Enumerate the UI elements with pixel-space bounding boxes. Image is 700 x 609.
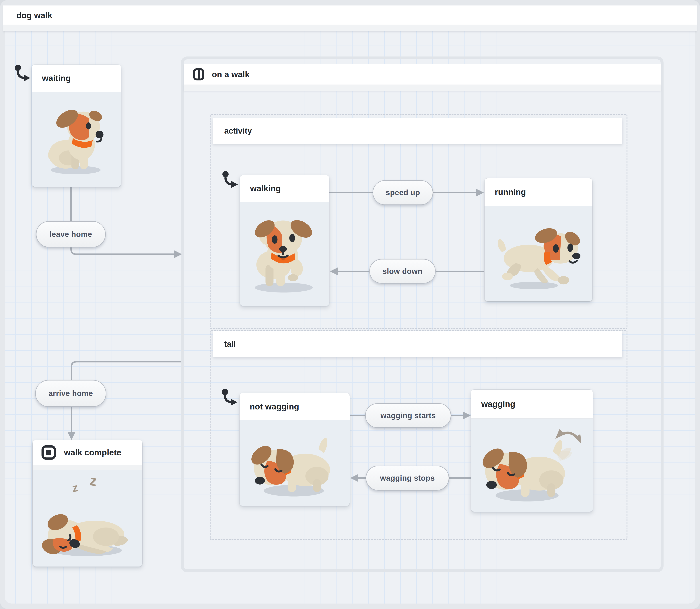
region-activity-header[interactable]: activity bbox=[213, 118, 622, 144]
state-on-a-walk-title: on a walk bbox=[212, 69, 250, 79]
state-on-a-walk-strip bbox=[184, 85, 661, 91]
state-walk-complete-header[interactable]: walk complete bbox=[33, 440, 142, 465]
machine-title: dog walk bbox=[16, 11, 52, 20]
transition-wagging-stops-label: wagging stops bbox=[380, 474, 435, 483]
state-wagging-title: wagging bbox=[481, 399, 515, 409]
statechart-canvas: dog walk on a walk activity tail bbox=[0, 0, 700, 609]
region-tail-title: tail bbox=[224, 340, 236, 349]
transition-arrive-home-label: arrive home bbox=[49, 389, 93, 398]
final-state-icon bbox=[41, 445, 56, 460]
transition-wagging-stops[interactable]: wagging stops bbox=[366, 466, 449, 490]
region-activity-title: activity bbox=[224, 126, 252, 135]
state-running-title: running bbox=[495, 187, 526, 197]
state-waiting[interactable]: waiting bbox=[32, 65, 121, 187]
state-not-wagging-title: not wagging bbox=[250, 402, 299, 412]
state-waiting-header[interactable]: waiting bbox=[32, 65, 121, 92]
state-walk-complete-title: walk complete bbox=[64, 448, 121, 457]
state-walking-body bbox=[240, 202, 329, 306]
transition-slow-down[interactable]: slow down bbox=[369, 259, 436, 283]
transition-speed-up-label: speed up bbox=[386, 188, 420, 197]
transition-wagging-starts[interactable]: wagging starts bbox=[365, 403, 451, 428]
machine-title-strip bbox=[3, 25, 697, 31]
state-running-header[interactable]: running bbox=[484, 178, 593, 206]
state-on-a-walk-header[interactable]: on a walk bbox=[184, 64, 661, 85]
state-walking-header[interactable]: walking bbox=[240, 175, 329, 202]
state-wagging-header[interactable]: wagging bbox=[471, 389, 593, 419]
region-tail-header[interactable]: tail bbox=[213, 331, 622, 357]
state-wagging[interactable]: wagging bbox=[471, 389, 593, 512]
sniffing-dog-illustration bbox=[244, 424, 345, 502]
state-not-wagging-body bbox=[240, 420, 349, 506]
transition-wagging-starts-label: wagging starts bbox=[380, 411, 436, 420]
walking-dog-illustration bbox=[243, 212, 326, 296]
state-walking[interactable]: walking bbox=[240, 175, 329, 306]
transition-arrive-home[interactable]: arrive home bbox=[35, 380, 106, 407]
state-running-body bbox=[484, 206, 593, 301]
state-waiting-title: waiting bbox=[42, 73, 71, 83]
state-not-wagging-header[interactable]: not wagging bbox=[240, 393, 349, 420]
state-walking-title: walking bbox=[250, 184, 281, 193]
machine-title-bar[interactable]: dog walk bbox=[3, 5, 697, 25]
parallel-state-icon bbox=[193, 68, 205, 81]
state-not-wagging[interactable]: not wagging bbox=[240, 393, 349, 506]
sleeping-dog-illustration bbox=[38, 486, 137, 563]
state-running[interactable]: running bbox=[484, 178, 593, 301]
sniffing-dog-wagging-illustration bbox=[475, 423, 588, 507]
state-wagging-body bbox=[471, 419, 593, 512]
state-walk-complete-body: z z bbox=[33, 470, 142, 567]
state-walk-complete[interactable]: walk complete z z bbox=[33, 440, 142, 567]
transition-leave-home-label: leave home bbox=[50, 230, 92, 239]
transition-leave-home[interactable]: leave home bbox=[36, 221, 106, 247]
transition-slow-down-label: slow down bbox=[382, 267, 422, 276]
state-waiting-body bbox=[32, 92, 121, 187]
sitting-dog-illustration bbox=[37, 100, 116, 178]
running-dog-illustration bbox=[489, 216, 588, 292]
transition-speed-up[interactable]: speed up bbox=[373, 180, 433, 205]
state-walk-complete-strip bbox=[33, 465, 142, 470]
